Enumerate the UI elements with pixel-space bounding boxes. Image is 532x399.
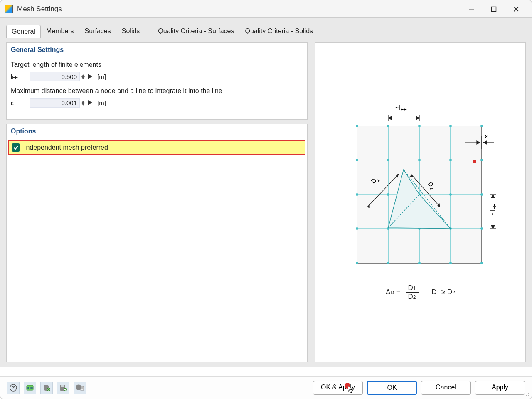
tab-general[interactable]: General xyxy=(6,25,41,38)
maxdist-picker[interactable] xyxy=(88,99,92,107)
svg-point-23 xyxy=(387,159,389,161)
svg-point-85 xyxy=(526,395,527,396)
svg-rect-1 xyxy=(492,7,496,11)
svg-point-20 xyxy=(449,125,452,127)
target-length-label: Target length of finite elements xyxy=(11,61,303,69)
svg-point-82 xyxy=(530,392,530,392)
save-db-icon[interactable] xyxy=(57,382,69,394)
independent-mesh-checkbox[interactable] xyxy=(12,143,20,152)
top-dim-label: ~lFE xyxy=(395,104,407,113)
bottom-bar: ? 0,00 OK & Apply OK Cancel Apply xyxy=(0,376,532,399)
svg-point-37 xyxy=(356,262,358,264)
svg-marker-51 xyxy=(416,116,419,120)
preview-panel: D1 D2 ~lFE xyxy=(315,42,526,362)
tab-quality-solids[interactable]: Quality Criteria - Solids xyxy=(240,25,319,38)
formula: ΔD = D1 D2 D1 ≥ D2 xyxy=(315,284,525,301)
mesh-diagram: D1 D2 ~lFE xyxy=(349,101,498,269)
svg-point-40 xyxy=(449,262,452,264)
svg-point-69 xyxy=(47,388,50,391)
maxdist-row: ε 0.001 [m] xyxy=(11,98,303,108)
target-length-picker[interactable] xyxy=(88,73,92,81)
formula-eq: = xyxy=(396,288,400,296)
svg-point-26 xyxy=(480,159,483,161)
target-length-spinner[interactable] xyxy=(81,74,85,79)
svg-marker-5 xyxy=(81,77,85,79)
svg-marker-60 xyxy=(483,141,487,144)
general-settings-heading: General Settings xyxy=(7,43,307,57)
svg-point-75 xyxy=(76,388,81,390)
svg-point-83 xyxy=(528,393,529,394)
svg-point-28 xyxy=(387,193,389,196)
svg-point-27 xyxy=(356,193,358,196)
maxdist-unit: [m] xyxy=(97,99,106,106)
svg-point-36 xyxy=(480,227,483,230)
svg-point-38 xyxy=(387,262,389,264)
maxdist-spinner[interactable] xyxy=(81,101,85,106)
svg-point-84 xyxy=(530,393,530,394)
svg-marker-56 xyxy=(491,225,495,229)
maxdist-label: Maximum distance between a node and a li… xyxy=(11,87,303,95)
work-area: General Settings Target length of finite… xyxy=(0,38,532,367)
svg-text:0,00: 0,00 xyxy=(27,387,33,390)
tab-solids[interactable]: Solids xyxy=(116,25,145,38)
svg-point-22 xyxy=(356,159,358,161)
formula-fraction: D1 D2 xyxy=(406,284,419,301)
target-length-row: lFE 0.500 [m] xyxy=(11,72,303,81)
window-title: Mesh Settings xyxy=(17,5,62,13)
resize-grip-icon[interactable] xyxy=(525,390,531,398)
target-length-input[interactable]: 0.500 xyxy=(30,72,80,81)
svg-point-24 xyxy=(418,159,421,161)
svg-point-19 xyxy=(418,125,421,127)
tab-surfaces[interactable]: Surfaces xyxy=(79,25,116,38)
svg-point-21 xyxy=(480,125,483,127)
action-buttons: OK & Apply OK Cancel Apply xyxy=(313,381,525,395)
maxdist-input[interactable]: 0.001 xyxy=(30,98,80,108)
toolbar: ? 0,00 xyxy=(7,382,86,394)
units-icon[interactable]: 0,00 xyxy=(24,382,36,394)
apply-button[interactable]: Apply xyxy=(475,381,525,395)
svg-point-86 xyxy=(528,395,529,396)
app-icon xyxy=(5,5,13,13)
svg-point-18 xyxy=(387,125,389,127)
independent-mesh-label: Independent mesh preferred xyxy=(24,144,108,151)
svg-point-30 xyxy=(449,193,452,196)
independent-mesh-option[interactable]: Independent mesh preferred xyxy=(8,140,305,155)
target-length-symbol: lFE xyxy=(11,73,27,80)
close-button[interactable] xyxy=(511,4,521,14)
window-controls xyxy=(466,4,527,14)
formula-delta: ΔD xyxy=(386,288,394,296)
svg-marker-8 xyxy=(81,103,85,106)
svg-point-25 xyxy=(449,159,452,161)
help-icon[interactable]: ? xyxy=(7,382,20,394)
svg-marker-50 xyxy=(388,116,392,120)
target-length-unit: [m] xyxy=(97,73,106,80)
cancel-button[interactable]: Cancel xyxy=(421,381,471,395)
svg-point-32 xyxy=(356,227,358,230)
options-heading: Options xyxy=(7,124,307,138)
minimize-button[interactable] xyxy=(466,4,476,14)
options-panel: Options Independent mesh preferred xyxy=(6,124,308,362)
titlebar: Mesh Settings xyxy=(0,0,532,18)
maximize-button[interactable] xyxy=(489,4,499,14)
cursor-icon xyxy=(348,385,355,395)
svg-point-41 xyxy=(480,262,483,264)
general-settings-panel: General Settings Target length of finite… xyxy=(6,42,308,120)
svg-marker-9 xyxy=(88,100,92,105)
right-dim-label: ~lFE xyxy=(489,204,498,215)
ok-button[interactable]: OK xyxy=(367,381,417,395)
refresh-db-icon[interactable] xyxy=(40,382,53,394)
ok-apply-button[interactable]: OK & Apply xyxy=(313,381,363,395)
svg-marker-55 xyxy=(491,195,495,198)
svg-point-31 xyxy=(480,193,483,196)
tab-quality-surfaces[interactable]: Quality Criteria - Surfaces xyxy=(153,25,239,38)
svg-point-17 xyxy=(356,125,358,127)
svg-rect-71 xyxy=(61,385,64,387)
svg-point-87 xyxy=(530,395,530,396)
db-list-icon[interactable] xyxy=(74,382,86,394)
maxdist-symbol: ε xyxy=(11,99,27,106)
svg-text:?: ? xyxy=(12,385,15,391)
left-column: General Settings Target length of finite… xyxy=(6,42,308,362)
tab-members[interactable]: Members xyxy=(41,25,79,38)
svg-point-39 xyxy=(418,262,421,264)
external-node-icon xyxy=(473,160,476,163)
